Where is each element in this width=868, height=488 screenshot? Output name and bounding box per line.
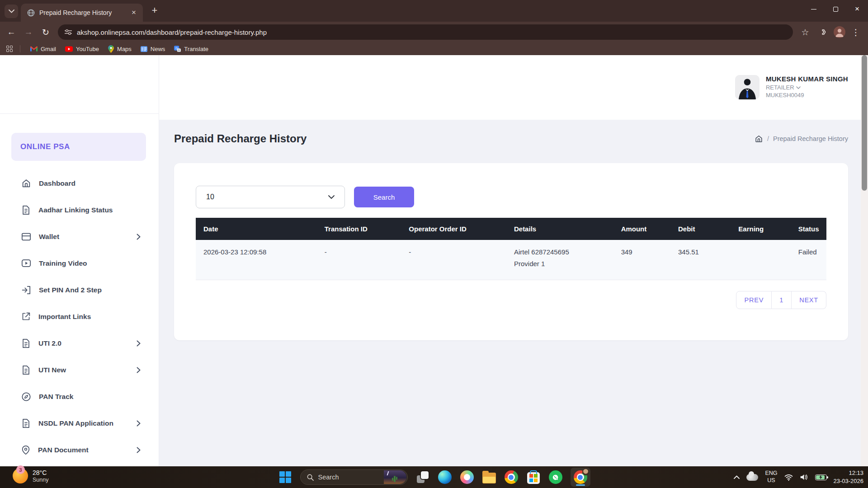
news-icon xyxy=(141,46,147,52)
pagination-next-button[interactable]: NEXT xyxy=(792,291,826,309)
browser-tab-active[interactable]: Prepaid Recharge History × xyxy=(21,4,143,22)
top-header-bar: MUKESH KUMAR SINGH RETAILER MUKESH0049 xyxy=(159,55,868,120)
whatsapp-button[interactable] xyxy=(548,470,563,484)
sidebar-item-wallet[interactable]: Wallet xyxy=(0,223,159,250)
browser-profile-avatar[interactable] xyxy=(834,26,845,38)
window-minimize-button[interactable] xyxy=(803,0,825,18)
sidebar-item-pan-track[interactable]: PAN Track xyxy=(0,383,159,410)
back-button[interactable]: ← xyxy=(4,24,19,40)
bookmark-translate[interactable]: G A Translate xyxy=(171,45,211,53)
chevron-right-icon xyxy=(137,340,141,347)
taskbar-search[interactable]: Search xyxy=(300,469,408,485)
sidebar-item-label: PAN Document xyxy=(38,446,129,454)
apps-grid-icon[interactable] xyxy=(6,46,13,52)
col-header-date: Date xyxy=(196,218,317,240)
chrome-app-button[interactable] xyxy=(504,470,519,484)
bookmark-youtube[interactable]: YouTube xyxy=(62,45,102,53)
avatar xyxy=(735,75,760,99)
sidebar-item-uti-2[interactable]: UTI 2.0 xyxy=(0,330,159,357)
sidebar-item-pan-document[interactable]: PAN Document xyxy=(0,436,159,463)
reload-button[interactable]: ↻ xyxy=(38,24,53,40)
history-card: 10 Search Date Transa xyxy=(174,163,848,340)
tray-chevron-up-icon[interactable] xyxy=(734,475,740,479)
sidebar-item-aadhar-linking-status[interactable]: Aadhar Linking Status xyxy=(0,197,159,223)
sidebar-item-nsdl-pan-application[interactable]: NSDL PAN Application xyxy=(0,410,159,436)
task-view-button[interactable] xyxy=(415,470,430,484)
chevron-right-icon xyxy=(137,447,141,453)
user-role: RETAILER xyxy=(766,84,794,91)
bookmark-maps[interactable]: Maps xyxy=(105,44,134,54)
user-profile[interactable]: MUKESH KUMAR SINGH RETAILER MUKESH0049 xyxy=(735,75,848,99)
browser-toolbar: ← → ↻ akshop.onlinepsa.com/dashboard/pre… xyxy=(0,22,868,42)
bookmark-gmail[interactable]: Gmail xyxy=(28,45,59,53)
window-close-button[interactable]: × xyxy=(846,0,868,18)
extensions-icon[interactable] xyxy=(816,24,831,40)
page-size-select[interactable]: 10 xyxy=(196,186,345,208)
user-id: MUKESH0049 xyxy=(766,92,848,99)
scrollbar-thumb[interactable] xyxy=(862,55,867,191)
start-button[interactable] xyxy=(278,470,292,484)
windows-icon xyxy=(279,471,291,483)
sidebar-item-training-video[interactable]: Training Video xyxy=(0,250,159,277)
address-bar[interactable]: akshop.onlinepsa.com/dashboard/prepaid-r… xyxy=(58,24,793,40)
wifi-icon[interactable] xyxy=(784,474,793,481)
search-button[interactable]: Search xyxy=(354,187,414,207)
chrome-active-app-button[interactable] xyxy=(571,468,590,487)
details-line1: Airtel 6287245695 xyxy=(514,248,613,256)
system-tray: ENG US 12:13 23-03-2026 xyxy=(734,466,863,488)
brand-logo[interactable]: ONLINE PSA xyxy=(11,133,146,161)
toolbar-right: ☆ ⋮ xyxy=(797,24,863,40)
microsoft-store-button[interactable] xyxy=(526,470,541,484)
col-header-operator-order-id: Operator Order ID xyxy=(401,218,506,240)
bookmark-star-icon[interactable]: ☆ xyxy=(797,24,813,40)
edge-app-button[interactable] xyxy=(438,470,452,484)
pagination-prev-button[interactable]: PREV xyxy=(736,291,772,309)
minimize-icon xyxy=(811,9,816,9)
copilot-app-button[interactable] xyxy=(460,470,474,484)
battery-icon[interactable] xyxy=(815,474,827,480)
cell-status: Failed xyxy=(791,240,826,280)
speaker-icon[interactable] xyxy=(800,474,808,481)
store-icon xyxy=(527,472,540,484)
new-tab-button[interactable]: + xyxy=(148,5,161,17)
person-icon xyxy=(834,26,845,38)
sidebar-item-label: Aadhar Linking Status xyxy=(38,206,141,214)
cell-transaction-id: - xyxy=(317,240,401,280)
folder-icon xyxy=(482,473,496,483)
chevron-down-icon[interactable] xyxy=(796,86,801,89)
language-indicator[interactable]: ENG US xyxy=(765,470,777,484)
chrome-icon xyxy=(505,470,518,484)
pagination: PREV 1 NEXT xyxy=(196,291,826,309)
clock[interactable]: 12:13 23-03-2026 xyxy=(834,469,864,485)
tab-strip: Prepaid Recharge History × + × xyxy=(0,0,868,22)
bookmark-label: Translate xyxy=(184,46,208,52)
sidebar-item-important-links[interactable]: Important Links xyxy=(0,303,159,330)
tray-time: 12:13 xyxy=(834,469,864,477)
home-icon[interactable] xyxy=(755,135,763,143)
page-scrollbar[interactable] xyxy=(861,55,868,466)
file-explorer-button[interactable] xyxy=(482,470,496,484)
pagination-page-1[interactable]: 1 xyxy=(772,291,792,309)
kebab-menu-icon[interactable]: ⋮ xyxy=(848,24,863,40)
tab-title: Prepaid Recharge History xyxy=(39,9,125,16)
sidebar-item-set-pin[interactable]: Set PIN And 2 Step xyxy=(0,277,159,303)
forward-button[interactable]: → xyxy=(21,24,36,40)
window-maximize-button[interactable] xyxy=(825,0,846,18)
tab-close-icon[interactable]: × xyxy=(129,8,138,17)
task-view-icon xyxy=(417,471,429,483)
document-icon xyxy=(21,365,31,375)
login-icon xyxy=(21,286,31,295)
sidebar-item-label: UTI New xyxy=(38,366,129,374)
sidebar-item-uti-new[interactable]: UTI New xyxy=(0,357,159,383)
edge-icon xyxy=(438,470,452,484)
tab-search-button[interactable] xyxy=(5,5,18,18)
chevron-right-icon xyxy=(137,234,141,240)
location-pin-icon xyxy=(21,445,30,455)
wallet-icon xyxy=(21,232,31,241)
onedrive-icon[interactable] xyxy=(746,474,758,481)
bookmark-news[interactable]: News xyxy=(138,45,168,53)
user-name: MUKESH KUMAR SINGH xyxy=(766,75,848,83)
bookmarks-divider xyxy=(20,45,20,52)
sidebar-item-dashboard[interactable]: Dashboard xyxy=(0,170,159,197)
translate-icon: G A xyxy=(174,46,181,52)
